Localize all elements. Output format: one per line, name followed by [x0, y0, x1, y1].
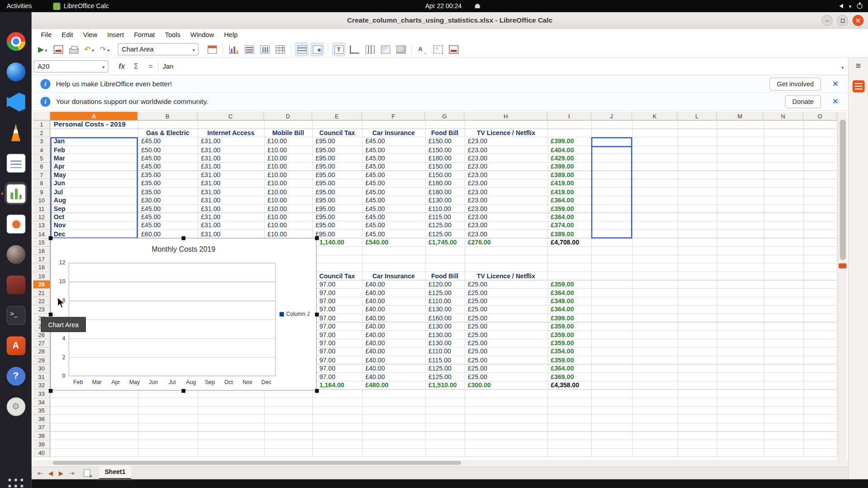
close-infobar-icon[interactable] — [833, 79, 838, 89]
cell-A8[interactable]: Jun — [50, 179, 137, 188]
cell-I20[interactable]: £359.00 — [547, 281, 591, 289]
row-header-22[interactable]: 22 — [33, 297, 50, 306]
column-header-O[interactable]: O — [803, 112, 837, 121]
cell-I31[interactable]: £369.00 — [547, 373, 591, 381]
cell-E32[interactable]: 1,164.00 — [312, 381, 362, 390]
cell-G29[interactable]: £115.00 — [425, 356, 464, 365]
dock-item-vlc[interactable] — [5, 121, 27, 144]
cell-B9[interactable]: £35.00 — [138, 188, 198, 197]
cell-E31[interactable]: 97.00 — [312, 373, 362, 381]
dock-item-help[interactable] — [5, 365, 27, 387]
cell-H13[interactable]: £23.00 — [464, 221, 547, 230]
cell-F20[interactable]: £40.00 — [362, 281, 425, 289]
cell-I32[interactable]: £4,358.00 — [547, 381, 591, 390]
chart-wall-icon[interactable] — [379, 42, 392, 56]
cell-B2[interactable]: Gas & Electric — [138, 129, 198, 138]
cell-I23[interactable]: £364.00 — [547, 305, 591, 314]
menu-insert[interactable]: Insert — [102, 29, 129, 42]
cell-F13[interactable]: £45.00 — [362, 221, 425, 230]
cell-I6[interactable]: £399.00 — [547, 163, 591, 171]
cell-I8[interactable]: £419.00 — [547, 179, 591, 188]
row-header-35[interactable]: 35 — [33, 407, 50, 415]
column-header-K[interactable]: K — [632, 112, 677, 121]
window-titlebar[interactable]: Create_column_charts_using_statistics.xl… — [32, 12, 868, 29]
cell-D13[interactable]: £10.00 — [264, 221, 312, 230]
cell-A6[interactable]: Apr — [50, 163, 137, 171]
cell-F21[interactable]: £40.00 — [362, 289, 425, 297]
cell-C9[interactable]: £31.00 — [198, 188, 264, 197]
menu-view[interactable]: View — [78, 29, 103, 42]
row-header-16[interactable]: 16 — [33, 247, 50, 255]
column-header-C[interactable]: C — [198, 112, 264, 121]
cell-C13[interactable]: £31.00 — [198, 221, 264, 230]
get-involved-button[interactable]: Get involved — [769, 77, 821, 90]
dock-item-software[interactable] — [5, 334, 27, 357]
cell-G21[interactable]: £125.00 — [425, 289, 464, 297]
dock-item-impress[interactable] — [5, 212, 27, 235]
cell-G15[interactable]: £1,745.00 — [425, 239, 464, 247]
cell-E27[interactable]: 97.00 — [312, 339, 362, 348]
menu-edit[interactable]: Edit — [57, 29, 78, 42]
cell-E26[interactable]: 97.00 — [312, 331, 362, 339]
row-header-3[interactable]: 3 — [33, 137, 50, 146]
cell-F12[interactable]: £45.00 — [362, 213, 425, 222]
cell-H7[interactable]: £23.00 — [464, 171, 547, 180]
cell-H10[interactable]: £23.00 — [464, 196, 547, 205]
column-header-B[interactable]: B — [138, 112, 198, 121]
cell-E8[interactable]: £95.00 — [312, 179, 362, 188]
cell-C2[interactable]: Internet Access — [198, 129, 264, 138]
cell-F11[interactable]: £45.00 — [362, 205, 425, 213]
format-selection-icon[interactable] — [205, 42, 218, 56]
row-header-13[interactable]: 13 — [33, 221, 50, 230]
cell-I3[interactable]: £399.00 — [547, 137, 591, 146]
cell-F2[interactable]: Car Insurance — [362, 129, 425, 138]
column-header-G[interactable]: G — [425, 112, 464, 121]
cell-H19[interactable]: TV Licence / Netflix — [464, 272, 547, 281]
chart-resize-handle-3[interactable] — [48, 312, 52, 316]
cell-F26[interactable]: £40.00 — [362, 331, 425, 339]
dock-item-gimp[interactable] — [5, 243, 27, 266]
cell-H23[interactable]: £25.00 — [464, 305, 547, 314]
cell-G27[interactable]: £130.00 — [425, 339, 464, 348]
cell-E29[interactable]: 97.00 — [312, 356, 362, 365]
horizontal-scrollbar[interactable] — [33, 460, 837, 466]
cell-C7[interactable]: £31.00 — [198, 171, 264, 180]
dock-item-settings[interactable] — [5, 395, 27, 418]
cell-F7[interactable]: £45.00 — [362, 171, 425, 180]
cell-G31[interactable]: £125.00 — [425, 373, 464, 381]
cell-E24[interactable]: 97.00 — [312, 314, 362, 323]
cell-A4[interactable]: Feb — [50, 146, 137, 155]
menu-file[interactable]: File — [36, 29, 57, 42]
cell-F8[interactable]: £45.00 — [362, 179, 425, 188]
cell-H11[interactable]: £23.00 — [464, 205, 547, 213]
row-header-2[interactable]: 2 — [33, 129, 50, 138]
horizontal-grids-icon[interactable] — [295, 42, 308, 56]
cell-F5[interactable]: £45.00 — [362, 154, 425, 163]
maximize-button[interactable] — [837, 15, 848, 26]
cell-B8[interactable]: £35.00 — [138, 179, 198, 188]
cell-G8[interactable]: £180.00 — [425, 179, 464, 188]
cell-D3[interactable]: £10.00 — [264, 137, 312, 146]
cell-I30[interactable]: £364.00 — [547, 365, 591, 373]
cell-D5[interactable]: £10.00 — [264, 154, 312, 163]
cell-F30[interactable]: £40.00 — [362, 365, 425, 373]
cell-E2[interactable]: Council Tax — [312, 129, 362, 138]
last-sheet-icon[interactable]: ⇥ — [67, 469, 75, 477]
cell-F31[interactable]: £40.00 — [362, 373, 425, 381]
cell-I15[interactable]: £4,708.00 — [547, 239, 591, 247]
clock[interactable]: Apr 22 00:24 — [425, 0, 462, 12]
menu-help[interactable]: Help — [219, 29, 242, 42]
next-sheet-icon[interactable]: ▶ — [57, 469, 65, 477]
cell-A5[interactable]: Mar — [50, 154, 137, 163]
row-header-14[interactable]: 14 — [33, 230, 50, 239]
3d-view-icon[interactable] — [394, 42, 407, 56]
dock-item-terminal[interactable] — [5, 304, 27, 326]
cell-B14[interactable]: £60.00 — [138, 230, 198, 239]
cell-F29[interactable]: £40.00 — [362, 356, 425, 365]
cell-F19[interactable]: Car Insurance — [362, 272, 425, 281]
cell-A13[interactable]: Nov — [50, 221, 137, 230]
chart-resize-handle-0[interactable] — [48, 236, 52, 240]
function-wizard-icon[interactable]: fx — [116, 60, 128, 72]
cell-C4[interactable]: £31.00 — [198, 146, 264, 155]
cell-G14[interactable]: £125.00 — [425, 230, 464, 239]
